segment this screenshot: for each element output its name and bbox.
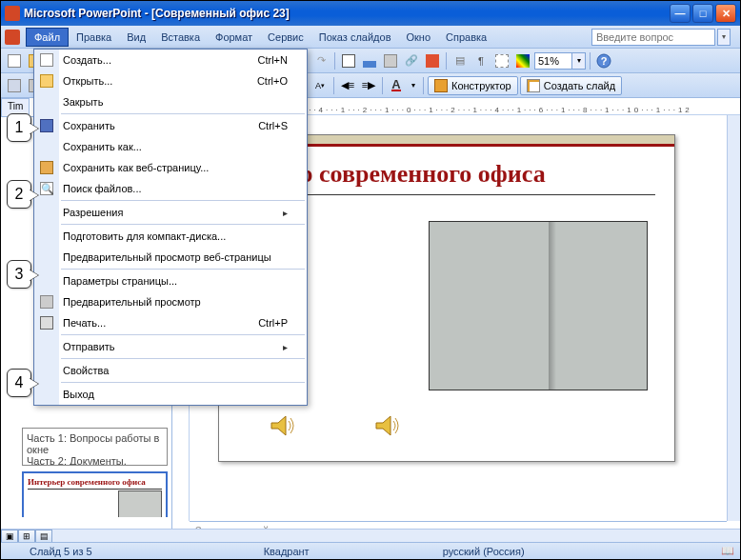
toolbar-separator [333, 77, 334, 94]
menu-item-open[interactable]: Открыть...Ctrl+O [34, 70, 307, 91]
font-decrease-button[interactable]: A▾ [310, 76, 330, 95]
status-language: русский (Россия) [414, 546, 553, 557]
status-slide-number: Слайд 5 из 5 [1, 546, 121, 557]
menu-separator [61, 269, 305, 270]
menu-separator [61, 200, 305, 201]
submenu-arrow-icon: ▸ [283, 342, 288, 352]
menu-item-properties[interactable]: Свойства [34, 360, 307, 381]
window-title: Microsoft PowerPoint - [Современный офис… [24, 7, 670, 20]
menu-window[interactable]: Окно [399, 29, 439, 46]
menu-item-save-as[interactable]: Сохранить как... [34, 136, 307, 157]
menu-separator [61, 113, 305, 114]
new-doc-button[interactable] [5, 51, 24, 70]
indent-increase-button[interactable]: ≡▶ [359, 76, 378, 95]
zoom-dropdown[interactable]: ▾ [572, 52, 586, 70]
view-bar: ▣ ⊞ ▤ [1, 529, 740, 542]
callout-2: 2 [7, 180, 31, 209]
minimize-button[interactable]: — [670, 4, 691, 23]
font-color-dropdown[interactable]: ▾ [408, 76, 419, 95]
redo-button[interactable]: ↷ [311, 51, 330, 70]
doc-icon [5, 30, 20, 45]
slide-thumbnail-4[interactable]: Часть 1: Вопросы работы в окнеЧасть 2: Д… [22, 428, 168, 466]
menu-service[interactable]: Сервис [260, 29, 311, 46]
toolbar-separator [423, 77, 424, 94]
sound-icon-2[interactable] [371, 411, 400, 440]
paste-special-button[interactable] [5, 76, 24, 95]
grid-toggle-button[interactable] [492, 51, 511, 70]
menu-slideshow[interactable]: Показ слайдов [311, 29, 399, 46]
callout-1: 1 [7, 113, 31, 142]
menu-item-new[interactable]: Создать...Ctrl+N [34, 50, 307, 70]
menu-insert[interactable]: Вставка [153, 29, 208, 46]
new-slide-button[interactable]: Создать слайд [520, 76, 622, 95]
toolbar-separator [446, 52, 447, 70]
menu-format[interactable]: Формат [208, 29, 260, 46]
color-button[interactable] [513, 51, 532, 70]
normal-view-button[interactable]: ▣ [1, 530, 18, 543]
sorter-view-button[interactable]: ⊞ [18, 530, 35, 543]
slideshow-view-button[interactable]: ▤ [35, 530, 52, 543]
close-button[interactable]: ✕ [715, 4, 736, 23]
menu-item-pack-cd[interactable]: Подготовить для компакт-диска... [34, 226, 307, 247]
help-search-dropdown[interactable]: ▾ [717, 29, 731, 46]
open-icon [39, 73, 54, 89]
indent-decrease-button[interactable]: ◀≡ [338, 76, 357, 95]
status-book-icon[interactable]: 📖 [721, 545, 734, 557]
expand-button[interactable]: ▤ [451, 51, 470, 70]
toolbar-separator [334, 52, 335, 70]
scrollbar-horizontal[interactable] [52, 530, 740, 542]
menu-help[interactable]: Справка [438, 29, 494, 46]
slide-photo[interactable] [429, 221, 648, 390]
menu-item-permissions[interactable]: Разрешения▸ [34, 202, 307, 223]
menu-item-preview[interactable]: Предварительный просмотр [34, 291, 307, 312]
font-color-button[interactable]: A [387, 76, 406, 95]
menu-separator [61, 224, 305, 225]
menu-separator [61, 382, 305, 383]
menu-item-send[interactable]: Отправить▸ [34, 336, 307, 357]
status-layout: Квадрант [235, 546, 338, 557]
insert-table-button[interactable] [339, 51, 358, 70]
help-search-input[interactable] [591, 29, 715, 46]
menu-item-web-preview[interactable]: Предварительный просмотр веб-страницы [34, 247, 307, 268]
callout-3: 3 [7, 260, 31, 289]
menu-separator [61, 358, 305, 359]
save-web-icon [39, 160, 54, 175]
insert-chart-button[interactable] [360, 51, 379, 70]
scrollbar-vertical[interactable] [727, 115, 740, 521]
callout-4: 4 [7, 369, 31, 397]
new-icon [39, 52, 54, 68]
insert-grid-button[interactable] [381, 51, 400, 70]
sound-icon-1[interactable] [267, 411, 295, 440]
preview-icon [39, 294, 54, 310]
toolbar-separator [382, 77, 383, 94]
menu-item-print[interactable]: Печать...Ctrl+P [34, 312, 307, 333]
designer-icon [434, 79, 448, 92]
zoom-input[interactable] [534, 52, 572, 70]
help-icon: ? [596, 53, 611, 69]
new-slide-icon [527, 79, 540, 92]
app-icon [5, 6, 20, 21]
menu-view[interactable]: Вид [119, 29, 153, 46]
menu-item-exit[interactable]: Выход [34, 384, 307, 405]
submenu-arrow-icon: ▸ [283, 208, 288, 218]
show-format-button[interactable]: ¶ [471, 51, 491, 70]
slide-thumbnail-5[interactable]: Интерьер современного офиса [22, 471, 168, 517]
insert-hyperlink-button[interactable]: 🔗 [402, 51, 421, 70]
maximize-button[interactable]: □ [692, 4, 713, 23]
designer-button[interactable]: Конструктор [428, 76, 518, 95]
menu-item-page-setup[interactable]: Параметры страницы... [34, 270, 307, 291]
print-icon [39, 315, 54, 330]
review-button[interactable] [423, 51, 442, 70]
menubar: Файл Правка Вид Вставка Формат Сервис По… [1, 26, 740, 49]
menu-item-close[interactable]: Закрыть [34, 91, 307, 112]
menu-item-search-files[interactable]: 🔍Поиск файлов... [34, 178, 307, 199]
statusbar: Слайд 5 из 5 Квадрант русский (Россия) 📖 [1, 542, 740, 559]
menu-item-save[interactable]: СохранитьCtrl+S [34, 115, 307, 136]
toolbar-separator [590, 52, 591, 70]
menu-item-save-web[interactable]: Сохранить как веб-страницу... [34, 157, 307, 178]
help-button[interactable]: ? [594, 51, 613, 70]
file-menu-dropdown: Создать...Ctrl+N Открыть...Ctrl+O Закрыт… [33, 49, 308, 406]
menu-edit[interactable]: Правка [69, 29, 119, 46]
menu-separator [61, 334, 305, 335]
menu-file[interactable]: Файл [26, 28, 69, 47]
